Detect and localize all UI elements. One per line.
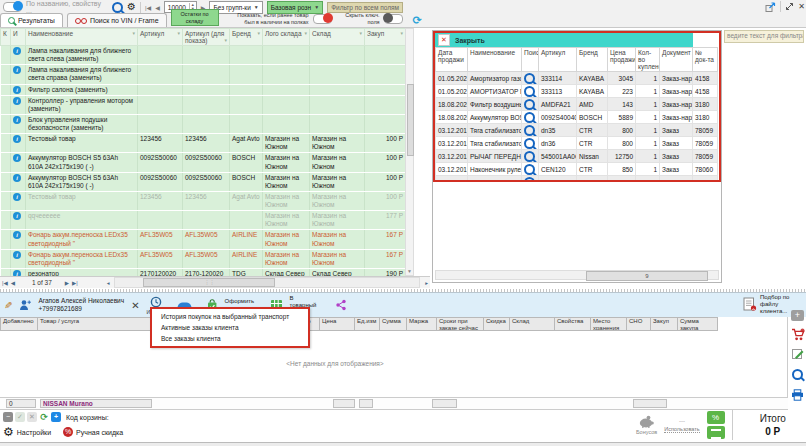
scroll-left-icon[interactable]: ◂ xyxy=(107,280,110,286)
show-previous-stock-toggle[interactable] xyxy=(313,14,332,24)
table-row[interactable]: Блок управления подушки безопасности (за… xyxy=(1,114,406,133)
close-icon[interactable]: ✕ xyxy=(798,2,805,11)
table-row[interactable]: 18.08.2020Аккумулятор BOSCH...0092S40040… xyxy=(436,111,718,124)
close-icon[interactable]: ✕ xyxy=(438,34,450,46)
row-select-cell[interactable] xyxy=(1,230,11,249)
info-icon[interactable] xyxy=(11,84,26,95)
table-row[interactable]: qqчееееееМагазин на ЮжномМагазин на Южно… xyxy=(1,211,406,230)
sort-chevron-icon[interactable]: ▾ xyxy=(304,30,307,36)
collapse-icon[interactable]: − xyxy=(3,412,13,422)
discount-percent-icon[interactable]: % xyxy=(707,411,725,424)
column-header[interactable]: Дата продажи xyxy=(436,48,468,72)
table-row[interactable]: резонатор21701200202170-120020TDGСклад С… xyxy=(1,268,406,276)
use-bonus-link[interactable]: Использовать xyxy=(664,426,699,433)
row-select-cell[interactable] xyxy=(1,249,11,268)
search-icon[interactable] xyxy=(522,124,539,137)
menu-item[interactable]: Все заказы клиента xyxy=(152,333,308,344)
hide-key-fields-toggle[interactable] xyxy=(384,14,403,24)
column-header[interactable]: Сумма xyxy=(380,317,407,331)
table-row[interactable]: Тестовый товар123456123456Agat AvtoМагаз… xyxy=(1,134,406,153)
row-select-cell[interactable] xyxy=(1,65,11,84)
row-select-cell[interactable] xyxy=(1,153,11,172)
row-select-cell[interactable] xyxy=(1,114,11,133)
share-icon[interactable] xyxy=(335,299,347,311)
column-header[interactable]: Сумма закупа xyxy=(678,317,718,331)
table-row[interactable]: Тестовый товар123456123456Agat AvtoМагаз… xyxy=(1,191,406,210)
column-header[interactable]: Добавлено xyxy=(0,317,38,331)
sort-chevron-icon[interactable]: ▾ xyxy=(224,37,227,43)
search-icon[interactable] xyxy=(522,85,539,98)
column-header[interactable]: Документ xyxy=(660,48,693,72)
column-header[interactable]: К xyxy=(1,29,11,46)
info-icon[interactable] xyxy=(11,172,26,191)
column-header[interactable]: Лого склада▾ xyxy=(263,29,310,46)
menu-item[interactable]: История покупок на выбранный транспорт xyxy=(152,311,308,322)
info-icon[interactable] xyxy=(11,249,26,268)
history-horizontal-scrollbar[interactable]: 9 xyxy=(435,270,719,280)
column-header[interactable]: Склад xyxy=(510,317,555,331)
last-page-icon[interactable]: ▶| xyxy=(72,280,78,286)
column-header[interactable]: Артикул▾ xyxy=(138,29,183,46)
table-row[interactable]: 03.12.2018Наконечник рулево...CEN120CTR8… xyxy=(436,163,718,176)
refresh-icon[interactable]: ⟳ xyxy=(39,412,49,422)
sort-chevron-icon[interactable]: ▾ xyxy=(257,30,260,36)
payment-card-icon[interactable] xyxy=(707,426,725,439)
tab-vin-search[interactable]: Поиск по VIN / Frame xyxy=(67,13,167,27)
prev-page-icon[interactable]: ◀ xyxy=(11,280,15,286)
add-item-icon[interactable]: + xyxy=(791,310,804,321)
printer-icon[interactable] xyxy=(791,389,804,401)
sort-chevron-icon[interactable]: ▾ xyxy=(132,30,135,36)
edit-note-icon[interactable] xyxy=(792,348,804,360)
global-filter-input[interactable]: Фильтр по всем полям xyxy=(327,2,403,13)
quick-search-toggle[interactable] xyxy=(3,2,22,12)
prev-page-icon[interactable]: ◀ xyxy=(155,4,160,11)
column-header[interactable]: № док-та xyxy=(693,48,718,72)
first-page-icon[interactable]: |◀ xyxy=(145,4,151,11)
column-header[interactable]: Бренд xyxy=(577,48,608,72)
history-header-row[interactable]: Дата продажиНаименованиеПоискАртикулБрен… xyxy=(436,48,718,72)
scroll-right-icon[interactable]: ▸ xyxy=(425,280,428,286)
edit-client-icon[interactable]: ✎ xyxy=(4,300,12,311)
clear-client-icon[interactable]: ✕ xyxy=(131,300,139,311)
cancel-icon[interactable]: ✕ xyxy=(27,412,37,422)
tab-results[interactable]: Результаты xyxy=(0,13,63,27)
search-icon[interactable] xyxy=(522,137,539,150)
column-header[interactable]: Ед.изм xyxy=(355,317,380,331)
table-row[interactable]: 01.05.2021АМОРТИЗАТОР ГАЗО...333113KAYAB… xyxy=(436,85,718,98)
sort-chevron-icon[interactable]: ▾ xyxy=(177,30,180,36)
info-icon[interactable] xyxy=(11,114,26,133)
table-row[interactable]: Лампа накаливания для ближнего света сле… xyxy=(1,46,406,65)
next-page-icon[interactable]: ▶ xyxy=(65,280,69,286)
scroll-down-icon[interactable]: ▼ xyxy=(407,268,412,274)
table-row[interactable]: 03.12.2018Наконечник рулево...CEN121CTR8… xyxy=(436,176,718,183)
stock-by-warehouse-button[interactable]: Остатки по складу xyxy=(171,9,219,26)
column-header[interactable]: СНО xyxy=(627,317,651,331)
first-page-icon[interactable]: |◀ xyxy=(2,280,8,286)
info-icon[interactable] xyxy=(11,191,26,210)
column-header[interactable]: Кол-во куплено xyxy=(636,48,660,72)
table-row[interactable]: Аккумулятор BOSCH S5 63Ah 610A 242x175x1… xyxy=(1,172,406,191)
row-select-cell[interactable] xyxy=(1,84,11,95)
info-icon[interactable] xyxy=(11,211,26,230)
row-select-cell[interactable] xyxy=(1,191,11,210)
table-row[interactable]: 18.08.2020Фильтр воздушный ...AMDFA21AMD… xyxy=(436,98,718,111)
sort-chevron-icon[interactable]: ▾ xyxy=(400,30,403,36)
gear-icon[interactable]: ⚙ xyxy=(127,2,136,12)
column-header[interactable]: Закуп▾ xyxy=(365,29,406,46)
restore-window-icon[interactable] xyxy=(785,2,794,11)
column-header[interactable]: Артикул (для показа)▾ xyxy=(183,29,230,46)
export-icon[interactable] xyxy=(765,2,776,12)
client-person-icon[interactable] xyxy=(19,299,31,311)
row-select-cell[interactable] xyxy=(1,134,11,153)
info-icon[interactable] xyxy=(11,268,26,276)
column-header[interactable]: Бренд▾ xyxy=(230,29,263,46)
vehicle-badge[interactable]: NISSAN Murano xyxy=(40,399,152,408)
search-input[interactable]: По названию, свойству ... xyxy=(26,2,108,12)
column-header[interactable]: Наименование xyxy=(468,48,522,72)
search-icon[interactable] xyxy=(112,2,123,13)
info-icon[interactable] xyxy=(11,46,26,65)
table-row[interactable]: Аккумулятор BOSCH S5 63Ah 610A 242x175x1… xyxy=(1,153,406,172)
info-icon[interactable] xyxy=(11,95,26,114)
search-icon[interactable] xyxy=(522,72,539,85)
table-row[interactable]: 03.12.2018Тяга стабилизатора ...dn35CTR8… xyxy=(436,124,718,137)
